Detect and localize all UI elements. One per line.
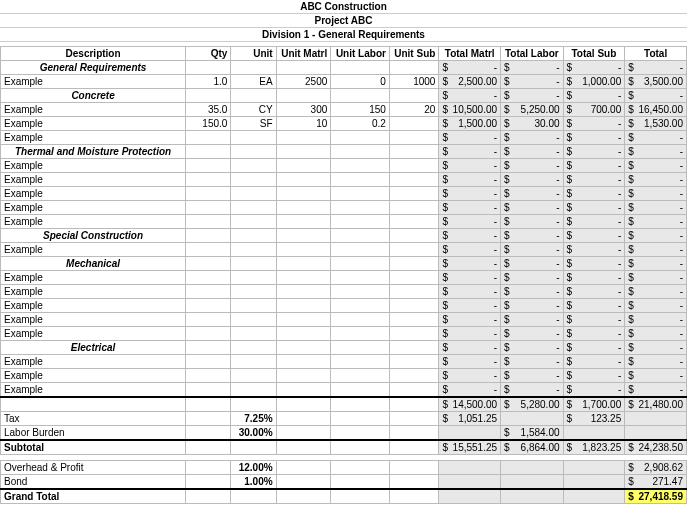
unit-labor-cell[interactable] (331, 131, 390, 145)
unit-matrl-cell[interactable] (276, 215, 331, 229)
unit-sub-cell[interactable] (389, 355, 438, 369)
unit-sub-cell[interactable]: 20 (389, 103, 438, 117)
pct[interactable]: 12.00% (231, 461, 276, 475)
unit-matrl-cell[interactable]: 10 (276, 117, 331, 131)
unit-cell[interactable] (231, 159, 276, 173)
unit-labor-cell[interactable] (331, 173, 390, 187)
qty-cell[interactable] (186, 369, 231, 383)
unit-sub-cell[interactable] (389, 271, 438, 285)
description-cell[interactable]: Example (1, 313, 186, 327)
unit-sub-cell[interactable] (389, 131, 438, 145)
unit-sub-cell[interactable] (389, 159, 438, 173)
unit-matrl-cell[interactable] (276, 355, 331, 369)
unit-cell[interactable] (231, 313, 276, 327)
unit-labor-cell[interactable]: 0.2 (331, 117, 390, 131)
unit-labor-cell[interactable] (331, 159, 390, 173)
unit-sub-cell[interactable]: 1000 (389, 75, 438, 89)
description-cell[interactable]: Example (1, 299, 186, 313)
unit-sub-cell[interactable] (389, 201, 438, 215)
unit-matrl-cell[interactable] (276, 285, 331, 299)
unit-sub-cell[interactable] (389, 215, 438, 229)
description-cell[interactable]: Example (1, 369, 186, 383)
unit-labor-cell[interactable]: 0 (331, 75, 390, 89)
unit-matrl-cell[interactable] (276, 299, 331, 313)
unit-cell[interactable] (231, 355, 276, 369)
description-cell[interactable]: Example (1, 103, 186, 117)
unit-matrl-cell[interactable] (276, 271, 331, 285)
unit-matrl-cell[interactable] (276, 327, 331, 341)
unit-sub-cell[interactable] (389, 313, 438, 327)
unit-labor-cell[interactable]: 150 (331, 103, 390, 117)
qty-cell[interactable] (186, 285, 231, 299)
unit-sub-cell[interactable] (389, 117, 438, 131)
unit-labor-cell[interactable] (331, 201, 390, 215)
pct[interactable]: 30.00% (231, 426, 276, 441)
description-cell[interactable]: Example (1, 327, 186, 341)
qty-cell[interactable] (186, 173, 231, 187)
unit-cell[interactable] (231, 299, 276, 313)
unit-matrl-cell[interactable] (276, 383, 331, 398)
pct[interactable] (231, 397, 276, 412)
unit-matrl-cell[interactable] (276, 131, 331, 145)
qty-cell[interactable] (186, 201, 231, 215)
qty-cell[interactable]: 150.0 (186, 117, 231, 131)
description-cell[interactable]: Example (1, 131, 186, 145)
description-cell[interactable]: Example (1, 243, 186, 257)
qty-cell[interactable] (186, 215, 231, 229)
description-cell[interactable]: Example (1, 285, 186, 299)
unit-sub-cell[interactable] (389, 327, 438, 341)
qty-cell[interactable] (186, 187, 231, 201)
unit-matrl-cell[interactable] (276, 159, 331, 173)
description-cell[interactable]: Example (1, 117, 186, 131)
unit-labor-cell[interactable] (331, 271, 390, 285)
unit-labor-cell[interactable] (331, 313, 390, 327)
unit-labor-cell[interactable] (331, 383, 390, 398)
unit-labor-cell[interactable] (331, 369, 390, 383)
unit-cell[interactable] (231, 327, 276, 341)
pct[interactable]: 7.25% (231, 412, 276, 426)
description-cell[interactable]: Example (1, 383, 186, 398)
unit-labor-cell[interactable] (331, 215, 390, 229)
description-cell[interactable]: Example (1, 201, 186, 215)
qty-cell[interactable] (186, 131, 231, 145)
unit-labor-cell[interactable] (331, 327, 390, 341)
unit-matrl-cell[interactable] (276, 243, 331, 257)
unit-matrl-cell[interactable] (276, 369, 331, 383)
unit-cell[interactable] (231, 271, 276, 285)
unit-matrl-cell[interactable]: 2500 (276, 75, 331, 89)
unit-sub-cell[interactable] (389, 383, 438, 398)
description-cell[interactable]: Example (1, 187, 186, 201)
unit-cell[interactable] (231, 243, 276, 257)
unit-cell[interactable]: SF (231, 117, 276, 131)
description-cell[interactable]: Example (1, 173, 186, 187)
description-cell[interactable]: Example (1, 75, 186, 89)
unit-cell[interactable] (231, 173, 276, 187)
unit-matrl-cell[interactable] (276, 201, 331, 215)
description-cell[interactable]: Example (1, 271, 186, 285)
unit-cell[interactable] (231, 369, 276, 383)
unit-sub-cell[interactable] (389, 369, 438, 383)
unit-sub-cell[interactable] (389, 299, 438, 313)
unit-cell[interactable] (231, 383, 276, 398)
unit-sub-cell[interactable] (389, 243, 438, 257)
qty-cell[interactable] (186, 159, 231, 173)
qty-cell[interactable] (186, 243, 231, 257)
pct[interactable] (231, 489, 276, 504)
unit-cell[interactable] (231, 131, 276, 145)
pct[interactable]: 1.00% (231, 475, 276, 490)
qty-cell[interactable] (186, 383, 231, 398)
unit-labor-cell[interactable] (331, 355, 390, 369)
unit-labor-cell[interactable] (331, 187, 390, 201)
unit-cell[interactable] (231, 215, 276, 229)
unit-labor-cell[interactable] (331, 243, 390, 257)
unit-cell[interactable]: CY (231, 103, 276, 117)
unit-cell[interactable] (231, 187, 276, 201)
unit-matrl-cell[interactable] (276, 187, 331, 201)
unit-labor-cell[interactable] (331, 285, 390, 299)
description-cell[interactable]: Example (1, 159, 186, 173)
unit-cell[interactable] (231, 201, 276, 215)
qty-cell[interactable]: 1.0 (186, 75, 231, 89)
unit-sub-cell[interactable] (389, 173, 438, 187)
pct[interactable] (231, 440, 276, 455)
qty-cell[interactable] (186, 355, 231, 369)
